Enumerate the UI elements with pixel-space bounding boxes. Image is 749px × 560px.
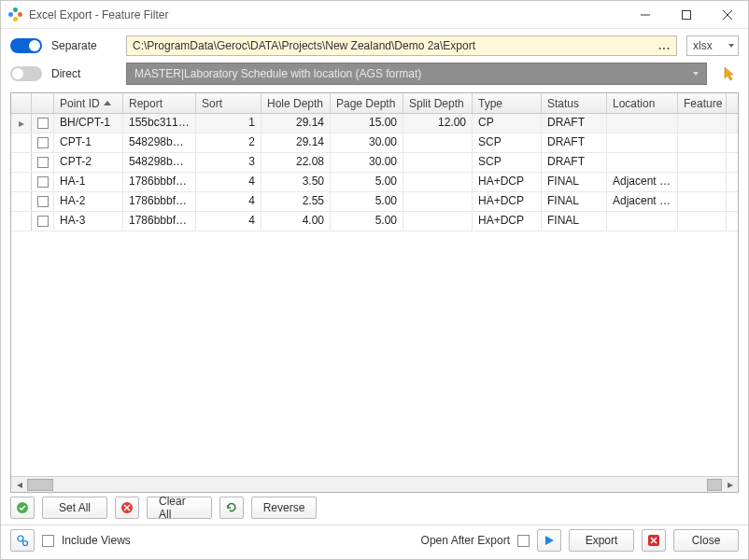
maximize-button[interactable] [666,2,707,28]
app-icon [8,7,23,22]
cell-holedepth: 3.50 [261,173,331,191]
svg-rect-1 [683,10,691,19]
close-icon-button[interactable] [642,529,666,552]
row-indicator [11,133,32,152]
export-path-input[interactable]: C:\ProgramData\Geroc\DATA\Projects\New Z… [126,35,677,56]
column-location[interactable]: Location [607,93,678,113]
minimize-button[interactable] [625,2,666,28]
settings-button[interactable] [10,529,35,552]
column-feature[interactable]: Feature [678,93,727,113]
cell-feature [678,212,727,231]
separate-toggle[interactable] [10,38,42,53]
cell-report: 1786bbbf-2c... [123,212,196,231]
column-splitdepth[interactable]: Split Depth [403,93,473,113]
reverse-button[interactable]: Reverse [251,497,317,519]
row-checkbox[interactable] [32,212,54,231]
export-button[interactable]: Export [569,529,634,552]
cancel-circle-icon [120,501,134,514]
template-value: MASTER|Laboratory Schedule with location… [134,67,421,80]
cell-feature [678,173,727,191]
window-title: Excel Export - Feature Filter [29,8,625,21]
row-checkbox[interactable] [32,114,54,133]
column-sort[interactable]: Sort [196,93,261,113]
cursor-icon [722,65,739,82]
titlebar: Excel Export - Feature Filter [1,1,748,29]
scrollbar-thumb[interactable] [27,479,53,491]
open-after-label: Open After Export [421,534,510,547]
cell-type: HA+DCP [473,192,542,211]
cell-status: DRAFT [542,133,607,152]
cell-splitdepth [403,192,473,211]
table-row[interactable]: HA-21786bbbf-2c...42.555.00HA+DCPFINALAd… [11,192,738,212]
cell-feature [678,114,727,133]
clearall-button[interactable]: Clear All [147,497,212,519]
close-square-icon [647,534,660,547]
close-window-button[interactable] [707,2,748,28]
setall-button[interactable]: Set All [42,497,107,519]
row-indicator [11,212,32,231]
table-row[interactable]: HA-31786bbbf-2c...44.005.00HA+DCPFINAL [11,212,738,231]
column-type[interactable]: Type [473,93,542,113]
table-row[interactable]: HA-11786bbbf-2c...43.505.00HA+DCPFINALAd… [11,173,738,192]
cell-report: 548298b2-80... [123,133,196,152]
cell-pointid: HA-1 [54,173,123,191]
chevron-down-icon [693,72,699,76]
clearall-icon-button[interactable] [115,497,139,519]
cell-sort: 3 [196,153,261,172]
browse-button[interactable]: ... [658,39,671,52]
cell-type: HA+DCP [473,173,542,191]
cell-pagedepth: 30.00 [331,153,403,172]
svg-point-9 [23,541,28,546]
table-row[interactable]: CPT-2548298b2-80...322.0830.00SCPDRAFT [11,153,738,173]
column-pointid[interactable]: Point ID [54,93,123,113]
cell-sort: 4 [196,173,261,191]
checkbox-header[interactable] [32,93,54,113]
column-status[interactable]: Status [542,93,607,113]
setall-icon-button[interactable] [10,497,35,519]
play-icon [543,534,556,547]
scroll-left-icon[interactable]: ◂ [11,477,27,493]
include-views-checkbox[interactable] [42,535,54,547]
cell-location: Adjacent brid... [607,192,678,211]
check-circle-icon [16,501,29,514]
cell-pointid: HA-2 [54,192,123,211]
cell-sort: 4 [196,212,261,231]
cell-report: 1786bbbf-2c... [123,173,196,191]
row-checkbox[interactable] [32,133,54,152]
grid-header: Point ID Report Sort Hole Depth Page Dep… [11,93,738,114]
direct-toggle[interactable] [10,66,42,81]
chevron-down-icon [728,44,734,48]
cell-status: DRAFT [542,153,607,172]
cell-pointid: HA-3 [54,212,123,231]
grid-body: ▸BH/CPT-1155bc311-a4...129.1415.0012.00C… [11,114,738,476]
table-row[interactable]: ▸BH/CPT-1155bc311-a4...129.1415.0012.00C… [11,114,738,133]
cell-feature [678,133,727,152]
column-pagedepth[interactable]: Page Depth [331,93,403,113]
close-button[interactable]: Close [673,529,739,552]
template-select[interactable]: MASTER|Laboratory Schedule with location… [126,63,707,85]
reverse-icon-button[interactable] [219,497,244,519]
cell-holedepth: 2.55 [261,192,331,211]
cell-location [607,133,678,152]
format-select[interactable]: xlsx [686,35,739,56]
cell-report: 1786bbbf-2c... [123,192,196,211]
separate-label: Separate [51,39,117,52]
horizontal-scrollbar[interactable]: ◂ ▸ [11,476,738,492]
cell-holedepth: 29.14 [261,133,331,152]
export-path-text: C:\ProgramData\Geroc\DATA\Projects\New Z… [133,39,475,52]
row-checkbox[interactable] [32,153,54,172]
cell-report: 155bc311-a4... [123,114,196,133]
cell-pagedepth: 15.00 [331,114,403,133]
table-row[interactable]: CPT-1548298b2-80...229.1430.00SCPDRAFT [11,133,738,153]
column-holedepth[interactable]: Hole Depth [261,93,331,113]
row-indicator: ▸ [11,114,32,133]
row-checkbox[interactable] [32,173,54,191]
row-checkbox[interactable] [32,192,54,211]
gears-icon [16,534,29,547]
cell-splitdepth [403,173,473,191]
export-icon-button[interactable] [537,529,561,552]
cell-splitdepth [403,212,473,231]
scroll-right-icon[interactable]: ▸ [722,477,738,493]
open-after-checkbox[interactable] [517,535,530,547]
column-report[interactable]: Report [123,93,196,113]
